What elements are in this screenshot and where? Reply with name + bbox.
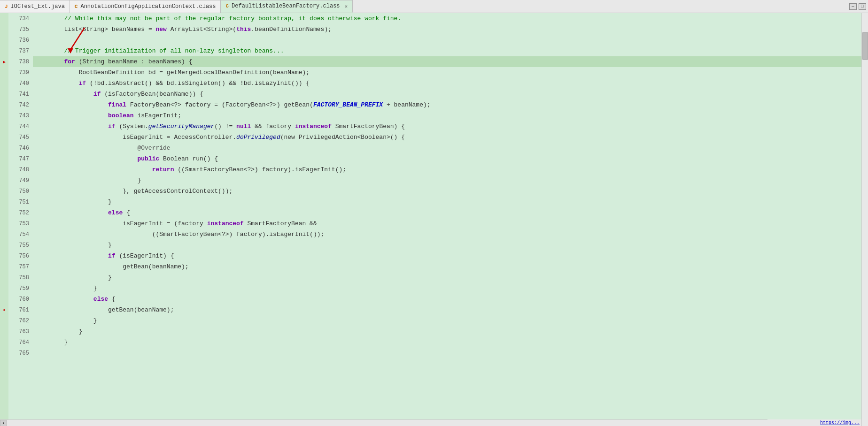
code-line: public Boolean run() {: [33, 153, 861, 164]
code-line: final FactoryBean<?> factory = (FactoryB…: [33, 99, 861, 110]
tab-label: IOCTest_Ext.java: [11, 3, 65, 10]
code-line: [33, 35, 861, 46]
code-line: @Override: [33, 143, 861, 153]
code-line: else {: [33, 294, 861, 304]
code-line: }: [33, 175, 861, 186]
code-container: ▶● 7347357367377387397407417427437447457…: [0, 13, 868, 426]
code-line: getBean(beanName);: [33, 304, 861, 315]
code-line: RootBeanDefinition bd = getMergedLocalBe…: [33, 67, 861, 78]
marker-cell: [0, 89, 8, 99]
line-number: 736: [8, 35, 29, 46]
marker-cell: [0, 251, 8, 261]
line-number: 763: [8, 326, 29, 337]
marker-cell: [0, 218, 8, 229]
code-line: // While this may not be part of the reg…: [33, 13, 861, 24]
line-number: 751: [8, 197, 29, 207]
java-icon: J: [5, 4, 8, 9]
marker-cell: [0, 315, 8, 326]
code-line: List<String> beanNames = new ArrayList<S…: [33, 24, 861, 35]
marker-cell: ●: [0, 304, 8, 315]
tab-label-active: DefaultListableBeanFactory.class: [232, 3, 340, 9]
marker-cell: [0, 229, 8, 240]
tab-annotation-config[interactable]: C AnnotationConfigApplicationContext.cla…: [70, 0, 221, 13]
marker-cell: [0, 13, 8, 24]
marker-cell: [0, 164, 8, 175]
marker-cell: [0, 99, 8, 110]
line-number: 759: [8, 283, 29, 294]
line-number: 749: [8, 175, 29, 186]
code-line: [33, 348, 861, 358]
marker-cell: [0, 143, 8, 153]
line-number: 765: [8, 348, 29, 358]
line-number: 752: [8, 207, 29, 218]
marker-cell: [0, 186, 8, 197]
line-number: 755: [8, 240, 29, 251]
marker-cell: [0, 78, 8, 89]
marker-cell: [0, 272, 8, 283]
code-area[interactable]: // While this may not be part of the reg…: [33, 13, 861, 426]
line-number: 735: [8, 24, 29, 35]
marker-cell: [0, 337, 8, 348]
code-line: if (!bd.isAbstract() && bd.isSingleton()…: [33, 78, 861, 89]
line-numbers: 7347357367377387397407417427437447457467…: [8, 13, 33, 426]
line-number: 741: [8, 89, 29, 99]
line-number: 738: [8, 56, 29, 67]
code-line: }: [33, 283, 861, 294]
scrollbar-thumb[interactable]: [862, 32, 868, 60]
status-link[interactable]: https://img...: [767, 419, 861, 426]
marker-cell: [0, 197, 8, 207]
code-line: }: [33, 240, 861, 251]
line-number: 745: [8, 132, 29, 143]
line-number: 758: [8, 272, 29, 283]
editor-window: J IOCTest_Ext.java C AnnotationConfigApp…: [0, 0, 868, 426]
code-line: else {: [33, 207, 861, 218]
code-line: // Trigger initialization of all non-laz…: [33, 46, 861, 56]
marker-cell: [0, 175, 8, 186]
marker-cell: [0, 326, 8, 337]
line-number: 743: [8, 110, 29, 121]
tab-label: AnnotationConfigApplicationContext.class: [80, 3, 216, 10]
marker-cell: [0, 261, 8, 272]
line-number: 746: [8, 143, 29, 153]
code-line: for (String beanName : beanNames) {: [33, 56, 861, 67]
marker-cell: [0, 132, 8, 143]
left-marker-area: ▶●: [0, 13, 8, 426]
code-line: }: [33, 272, 861, 283]
marker-cell: [0, 207, 8, 218]
line-number: 757: [8, 261, 29, 272]
line-number: 761: [8, 304, 29, 315]
code-line: return ((SmartFactoryBean<?>) factory).i…: [33, 164, 861, 175]
line-number: 747: [8, 153, 29, 164]
horizontal-scrollbar[interactable]: ◂ ▸: [0, 419, 861, 426]
minimize-button[interactable]: ─: [849, 3, 857, 10]
marker-cell: [0, 240, 8, 251]
code-line: }: [33, 326, 861, 337]
restore-button[interactable]: □: [859, 3, 866, 10]
line-number: 760: [8, 294, 29, 304]
code-line: isEagerInit = AccessController.doPrivile…: [33, 132, 861, 143]
class-icon: C: [75, 4, 78, 9]
marker-cell: [0, 110, 8, 121]
scroll-left-arrow[interactable]: ◂: [0, 420, 7, 426]
line-number: 739: [8, 67, 29, 78]
line-number: 744: [8, 121, 29, 132]
line-number: 762: [8, 315, 29, 326]
line-number: 734: [8, 13, 29, 24]
marker-cell: [0, 46, 8, 56]
class-icon2: C: [225, 3, 229, 9]
marker-cell: [0, 35, 8, 46]
scroll-track: [7, 420, 855, 426]
tab-close-button[interactable]: ✕: [345, 3, 348, 9]
tab-ioctest[interactable]: J IOCTest_Ext.java: [0, 0, 70, 13]
line-number: 756: [8, 251, 29, 261]
marker-cell: [0, 153, 8, 164]
code-line: }: [33, 315, 861, 326]
code-line: if (System.getSecurityManager() != null …: [33, 121, 861, 132]
line-number: 753: [8, 218, 29, 229]
tab-defaultlistable[interactable]: C DefaultListableBeanFactory.class ✕: [221, 0, 353, 13]
window-controls: ─ □: [849, 0, 868, 13]
code-line: }: [33, 197, 861, 207]
status-link-text: https://img...: [820, 420, 860, 426]
marker-cell: [0, 121, 8, 132]
vertical-scrollbar[interactable]: [861, 13, 868, 426]
